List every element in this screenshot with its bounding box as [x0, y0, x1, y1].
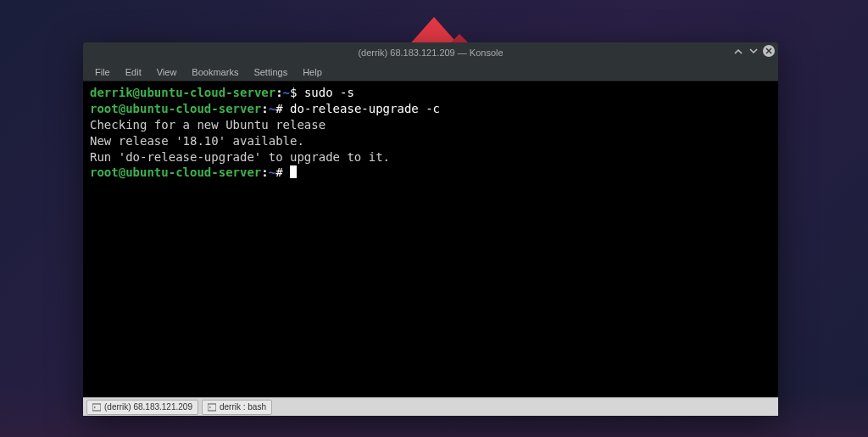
command-text: sudo -s — [304, 86, 354, 99]
tab-label: derrik : bash — [220, 402, 266, 412]
prompt-host: ubuntu-cloud-server — [125, 165, 261, 179]
svg-rect-3 — [92, 404, 101, 411]
prompt-at: @ — [119, 102, 125, 115]
prompt-user: derrik — [90, 86, 133, 99]
prompt-path: ~ — [283, 86, 290, 99]
close-icon[interactable] — [763, 45, 775, 57]
menu-edit[interactable]: Edit — [119, 65, 148, 79]
menubar: File Edit View Bookmarks Settings Help — [83, 63, 778, 81]
prompt-user: root — [90, 102, 119, 115]
menu-help[interactable]: Help — [296, 65, 329, 79]
terminal-icon — [92, 403, 101, 412]
tab-label: (derrik) 68.183.121.209 — [104, 402, 192, 412]
minimize-icon[interactable] — [732, 45, 744, 57]
titlebar[interactable]: (derrik) 68.183.121.209 — Konsole — [83, 42, 778, 63]
statusbar: (derrik) 68.183.121.209 derrik : bash — [83, 397, 778, 416]
session-tab[interactable]: derrik : bash — [202, 400, 272, 415]
konsole-window: (derrik) 68.183.121.209 — Konsole File E… — [83, 42, 778, 416]
cursor — [290, 165, 297, 178]
prompt-user: root — [90, 165, 119, 179]
prompt-colon: : — [261, 165, 268, 179]
output-line: Run 'do-release-upgrade' to upgrade to i… — [90, 150, 390, 164]
prompt-path: ~ — [269, 102, 275, 115]
svg-rect-4 — [208, 404, 216, 411]
window-controls — [732, 45, 775, 57]
prompt-symbol: $ — [290, 86, 304, 99]
prompt-at: @ — [133, 86, 140, 99]
menu-view[interactable]: View — [150, 65, 184, 79]
prompt-symbol: # — [275, 102, 290, 115]
output-line: New release '18.10' available. — [90, 134, 304, 148]
menu-bookmarks[interactable]: Bookmarks — [185, 65, 245, 79]
prompt-symbol: # — [275, 165, 290, 179]
prompt-path: ~ — [269, 165, 275, 179]
prompt-host: ubuntu-cloud-server — [125, 102, 261, 115]
terminal[interactable]: derrik@ubuntu-cloud-server:~$ sudo -s ro… — [83, 81, 778, 397]
prompt-colon: : — [275, 86, 282, 99]
terminal-icon — [208, 403, 216, 412]
maximize-icon[interactable] — [748, 45, 760, 57]
menu-file[interactable]: File — [88, 65, 117, 79]
menu-settings[interactable]: Settings — [247, 65, 294, 79]
output-line: Checking for a new Ubuntu release — [90, 118, 326, 132]
session-tab[interactable]: (derrik) 68.183.121.209 — [86, 400, 198, 415]
prompt-host: ubuntu-cloud-server — [140, 86, 275, 99]
prompt-colon: : — [261, 102, 268, 115]
window-title: (derrik) 68.183.121.209 — Konsole — [358, 48, 503, 58]
prompt-at: @ — [119, 165, 125, 179]
command-text: do-release-upgrade -c — [290, 102, 440, 115]
